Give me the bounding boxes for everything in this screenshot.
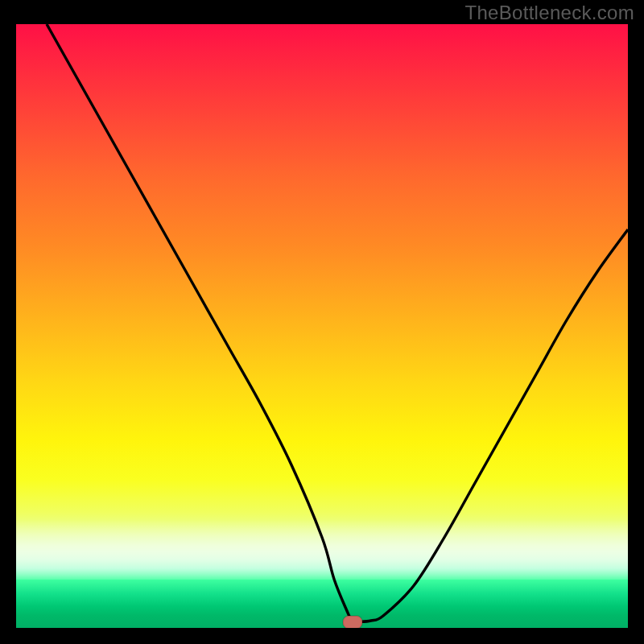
chart-frame: TheBottleneck.com [0, 0, 644, 644]
watermark-text: TheBottleneck.com [464, 2, 634, 24]
minimum-marker-icon [343, 616, 362, 629]
curve-path [47, 24, 628, 623]
plot-area [16, 24, 628, 628]
bottleneck-curve [16, 24, 628, 628]
